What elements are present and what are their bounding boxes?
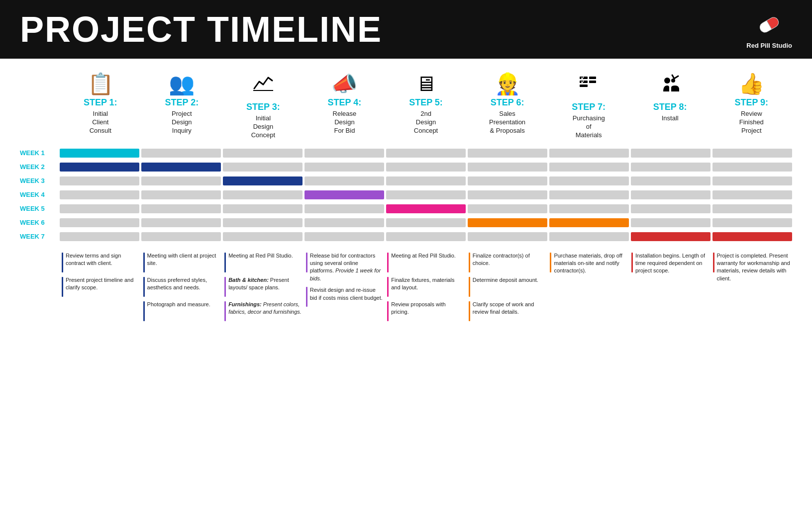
- step-2-icon: 👥: [169, 74, 195, 94]
- week-1-cells: [60, 149, 792, 158]
- steps-row: 📋 STEP 1: InitialClientConsult 👥 STEP 2:…: [60, 74, 792, 140]
- week7-step7-cell: [549, 232, 629, 241]
- step-6-desc: SalesPresentation& Proposals: [489, 110, 525, 135]
- note-5a-text: Meeting at Red Pill Studio.: [391, 252, 456, 260]
- week-3-label: WEEK 3: [20, 177, 60, 184]
- week-5-cells: [60, 204, 792, 213]
- note-1a-text: Review terms and sign contract with clie…: [66, 252, 139, 267]
- note-6b-bar: [469, 277, 470, 297]
- step-3: STEP 3: InitialDesignConcept: [222, 74, 304, 140]
- note-1a-bar: [62, 253, 63, 272]
- step-3-label: STEP 3:: [246, 102, 280, 112]
- note-5b: Finalize fixtures, materials and layout.: [387, 276, 465, 297]
- week4-step9-cell: [712, 190, 792, 199]
- note-col-8: Installation begins. Length of time requ…: [629, 252, 711, 279]
- step-1-desc: InitialClientConsult: [90, 110, 111, 135]
- note-1a: Review terms and sign contract with clie…: [62, 252, 139, 272]
- svg-rect-8: [580, 85, 588, 87]
- step-8-icon: [659, 74, 681, 99]
- note-2a-text: Meeting with client at project site.: [147, 252, 221, 267]
- week4-step6-cell: [468, 190, 547, 199]
- week-7-label: WEEK 7: [20, 233, 60, 240]
- note-5a-bar: [387, 253, 389, 272]
- step-7: STEP 7: PurchasingofMaterials: [548, 74, 629, 140]
- note-6a: Finalize contractor(s) of choice.: [469, 252, 546, 272]
- note-7a-bar: [550, 253, 551, 272]
- week-2-cells: [60, 163, 792, 172]
- step-3-icon: [252, 74, 274, 99]
- note-col-7: Purchase materials, drop off materials o…: [548, 252, 629, 279]
- week-6-row: WEEK 6: [20, 217, 792, 228]
- note-9a-text: Project is completed. Present warranty f…: [717, 252, 791, 283]
- note-6c-bar: [469, 301, 470, 321]
- note-5a: Meeting at Red Pill Studio.: [387, 252, 465, 272]
- note-9a-bar: [713, 253, 714, 272]
- week5-step9-cell: [712, 204, 792, 213]
- note-col-4: Release bid for contractors using severa…: [304, 252, 386, 311]
- week-2-label: WEEK 2: [20, 163, 60, 171]
- week7-step5-cell: [386, 232, 466, 241]
- week-3-cells: [60, 176, 792, 185]
- week4-step7-cell: [549, 190, 629, 199]
- week6-step9-cell: [712, 218, 792, 227]
- week5-step5-cell: [386, 204, 466, 213]
- note-5c-text: Review proposals with pricing.: [391, 301, 465, 316]
- note-5b-bar: [387, 277, 389, 297]
- svg-rect-9: [589, 77, 596, 79]
- week6-step1-cell: [60, 218, 139, 227]
- note-2c-text: Photograph and measure.: [147, 301, 210, 308]
- step-3-desc: InitialDesignConcept: [251, 114, 275, 140]
- week6-step3-cell: [223, 218, 303, 227]
- note-3c-text: Furnishings: Present colors, fabrics, de…: [228, 301, 302, 316]
- week1-step6-cell: [468, 149, 547, 158]
- note-2a: Meeting with client at project site.: [143, 252, 221, 272]
- step-4-label: STEP 4:: [328, 97, 362, 108]
- note-6c: Clarify scope of work and review final d…: [469, 301, 546, 321]
- note-2b: Discuss preferred styles, aesthetics and…: [143, 276, 221, 297]
- step-8: STEP 8: Install: [629, 74, 711, 140]
- note-3b-text: Bath & kitchen: Present layouts/ space p…: [228, 276, 302, 292]
- week7-step8-cell: [631, 232, 710, 241]
- week7-step1-cell: [60, 232, 139, 241]
- week7-step9-cell: [712, 232, 792, 241]
- svg-point-11: [664, 78, 670, 84]
- week-5-label: WEEK 5: [20, 205, 60, 212]
- note-col-1: Review terms and sign contract with clie…: [60, 252, 141, 301]
- week3-step9-cell: [712, 176, 792, 185]
- week2-step4-cell: [304, 163, 384, 172]
- step-1-icon: 📋: [88, 74, 113, 94]
- step-9-icon: 👍: [738, 74, 764, 94]
- step-6-icon: 👷: [495, 74, 520, 94]
- week2-step6-cell: [468, 163, 547, 172]
- step-2: 👥 STEP 2: ProjectDesignInquiry: [141, 74, 223, 140]
- step-9-desc: ReviewFinishedProject: [739, 110, 764, 135]
- week-5-row: WEEK 5: [20, 203, 792, 214]
- step-1-label: STEP 1:: [84, 97, 117, 108]
- week-4-label: WEEK 4: [20, 191, 60, 198]
- week5-step6-cell: [468, 204, 547, 213]
- note-1b-bar: [62, 277, 63, 297]
- note-4b-text: Revisit design and re-issue bid if costs…: [310, 286, 384, 302]
- note-6b: Determine deposit amount.: [469, 276, 546, 297]
- week3-step5-cell: [386, 176, 466, 185]
- note-5b-text: Finalize fixtures, materials and layout.: [391, 276, 465, 292]
- week4-step5-cell: [386, 190, 466, 199]
- step-9-label: STEP 9:: [734, 97, 768, 108]
- week-7-row: WEEK 7: [20, 231, 792, 242]
- week2-step8-cell: [631, 163, 710, 172]
- step-4: 📣 STEP 4: ReleaseDesignFor Bid: [304, 74, 386, 140]
- week7-step2-cell: [141, 232, 221, 241]
- note-3a-text: Meeting at Red Pill Studio.: [228, 252, 293, 260]
- week-6-label: WEEK 6: [20, 219, 60, 226]
- note-8a-text: Installation begins. Length of time requ…: [635, 252, 709, 275]
- week2-step5-cell: [386, 163, 466, 172]
- week-1-row: WEEK 1: [20, 148, 792, 159]
- week5-step2-cell: [141, 204, 221, 213]
- week7-step3-cell: [223, 232, 303, 241]
- week5-step4-cell: [304, 204, 384, 213]
- week-4-row: WEEK 4: [20, 189, 792, 200]
- week5-step8-cell: [631, 204, 710, 213]
- week-6-cells: [60, 218, 792, 227]
- step-6-label: STEP 6:: [491, 97, 524, 108]
- step-8-label: STEP 8:: [653, 102, 687, 112]
